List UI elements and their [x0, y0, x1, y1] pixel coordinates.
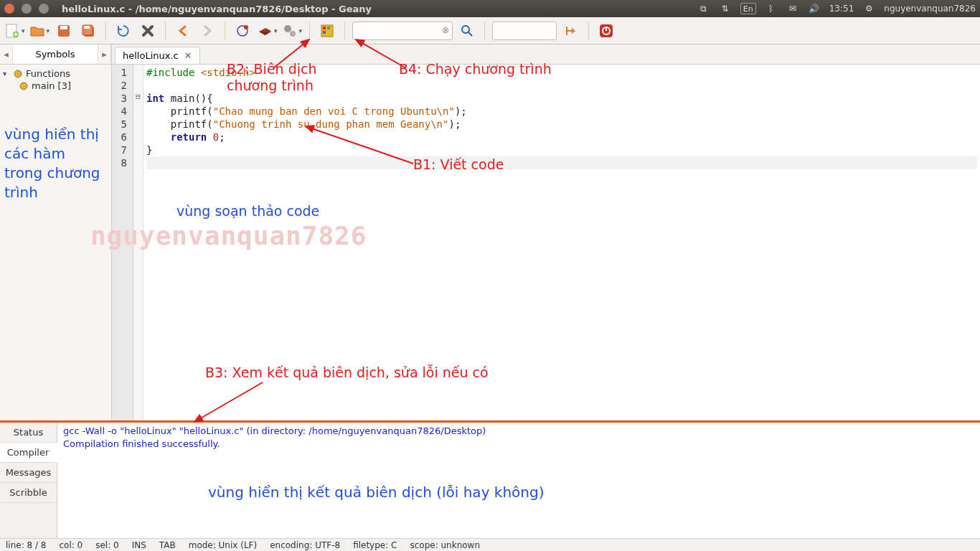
color-palette-icon: [320, 24, 334, 38]
window-title: helloLinux.c - /home/nguyenvanquan7826/D…: [62, 4, 372, 14]
gear-icon[interactable]: ⚙: [862, 3, 875, 14]
tree-node-label: Functions: [26, 68, 70, 79]
svg-point-10: [290, 31, 296, 37]
dropdown-caret-icon: ▾: [47, 27, 50, 34]
compiler-line[interactable]: gcc -Wall -o "helloLinux" "helloLinux.c"…: [63, 425, 974, 438]
window-maximize-button[interactable]: [39, 4, 49, 14]
status-segment: sel: 0: [95, 540, 118, 550]
expand-icon[interactable]: ▾: [3, 70, 10, 77]
goto-button[interactable]: [561, 21, 581, 41]
window-titlebar: helloLinux.c - /home/nguyenvanquan7826/D…: [0, 0, 980, 17]
search-icon: [460, 24, 474, 38]
reload-button[interactable]: [113, 21, 133, 41]
svg-point-9: [284, 25, 291, 32]
chevron-left-icon: [176, 24, 189, 37]
power-icon: [598, 23, 614, 39]
status-bar: line: 8 / 8col: 0sel: 0INSTABmode: Unix …: [0, 538, 980, 551]
status-segment: mode: Unix (LF): [189, 540, 257, 550]
status-segment: INS: [132, 540, 146, 550]
svg-rect-3: [60, 26, 67, 29]
sidebar-tab-next[interactable]: ▸: [98, 44, 111, 64]
svg-point-15: [462, 26, 469, 33]
message-tab-compiler[interactable]: Compiler: [0, 443, 57, 463]
compile-button[interactable]: [232, 21, 253, 41]
svg-point-18: [14, 70, 22, 77]
function-group-icon: [13, 69, 23, 79]
dropdown-caret-icon: ▾: [274, 27, 278, 34]
message-tabs: StatusCompilerMessagesScribble: [0, 423, 57, 538]
message-tab-status[interactable]: Status: [0, 423, 57, 443]
goto-field[interactable]: [497, 22, 542, 39]
svg-point-19: [20, 83, 27, 90]
compile-icon: [235, 23, 250, 39]
user-indicator[interactable]: nguyenvanquan7826: [884, 3, 976, 14]
message-tab-messages[interactable]: Messages: [0, 463, 57, 483]
bluetooth-icon[interactable]: ᛒ: [765, 3, 778, 14]
nav-forward-button[interactable]: [197, 21, 217, 41]
annotation-compiler-area: vùng hiển thị kết quả biên dịch (lỗi hay…: [208, 484, 545, 501]
svg-rect-13: [327, 27, 330, 29]
close-file-button[interactable]: [138, 21, 158, 41]
sidebar-tabs: ◂ Symbols ▸: [0, 44, 111, 65]
svg-rect-14: [323, 31, 326, 34]
status-segment: col: 0: [59, 540, 83, 550]
save-icon: [57, 24, 71, 38]
status-segment: TAB: [159, 540, 176, 550]
search-input[interactable]: ⊗: [352, 22, 453, 40]
color-chooser-button[interactable]: [317, 21, 337, 41]
tree-node-main[interactable]: main [3]: [17, 80, 110, 92]
window-close-button[interactable]: [4, 4, 14, 14]
open-file-button[interactable]: ▾: [29, 21, 50, 41]
execute-button[interactable]: ▾: [282, 21, 303, 41]
tab-symbols[interactable]: Symbols: [13, 44, 98, 64]
save-all-button[interactable]: [78, 21, 98, 41]
find-button[interactable]: [457, 21, 477, 41]
message-window: StatusCompilerMessagesScribble gcc -Wall…: [0, 420, 980, 538]
message-tab-scribble[interactable]: Scribble: [0, 483, 57, 503]
save-button[interactable]: [54, 21, 74, 41]
status-segment: line: 8 / 8: [6, 540, 46, 550]
document-new-icon: [4, 23, 20, 39]
new-file-button[interactable]: ▾: [4, 21, 25, 41]
editor-tab[interactable]: helloLinux.c ✕: [115, 47, 200, 64]
editor-tabs: helloLinux.c ✕: [112, 44, 980, 65]
status-segment: encoding: UTF-8: [270, 540, 340, 550]
system-tray: ⧉ ⇅ En ᛒ ✉ 🔊 13:51 ⚙ nguyenvanquan7826: [697, 3, 976, 14]
code-editor[interactable]: 12345678 ⊟ #include <stdio.h>int main(){…: [112, 65, 980, 420]
sidebar-annotation: vùng hiển thị các hàm trong chương trình: [1, 122, 110, 205]
clock[interactable]: 13:51: [829, 3, 854, 14]
svg-rect-12: [323, 27, 326, 29]
brick-icon: [257, 23, 273, 39]
build-button[interactable]: ▾: [257, 21, 278, 41]
tree-leaf-label: main [3]: [32, 80, 71, 91]
sidebar-tab-prev[interactable]: ◂: [0, 44, 13, 64]
dropdown-caret-icon: ▾: [22, 27, 25, 34]
clear-search-icon[interactable]: ⊗: [442, 25, 449, 35]
network-icon[interactable]: ⇅: [719, 3, 732, 14]
compiler-output[interactable]: gcc -Wall -o "helloLinux" "helloLinux.c"…: [57, 423, 980, 538]
folder-open-icon: [29, 23, 45, 39]
function-icon: [19, 81, 29, 91]
volume-icon[interactable]: 🔊: [808, 3, 821, 14]
dropdown-caret-icon: ▾: [299, 27, 303, 34]
main-area: ◂ Symbols ▸ ▾ Functions main [3] vùn: [0, 44, 980, 420]
search-field[interactable]: [357, 22, 438, 39]
compiler-line[interactable]: Compilation finished successfully.: [63, 438, 974, 451]
status-segment: filetype: C: [353, 540, 397, 550]
main-toolbar: ▾ ▾ ▾ ▾ ⊗: [0, 17, 980, 44]
goto-line-input[interactable]: [492, 22, 557, 40]
jump-to-icon: [564, 24, 578, 38]
close-icon: [141, 24, 155, 38]
lang-indicator[interactable]: En: [740, 3, 756, 14]
tab-close-icon[interactable]: ✕: [184, 50, 192, 61]
quit-button[interactable]: [596, 21, 616, 41]
chevron-right-icon: [201, 24, 214, 37]
save-all-icon: [81, 24, 95, 38]
mail-icon[interactable]: ✉: [786, 3, 799, 14]
dropbox-icon[interactable]: ⧉: [697, 3, 710, 14]
nav-back-button[interactable]: [173, 21, 193, 41]
status-segment: scope: unknown: [410, 540, 480, 550]
reload-icon: [116, 24, 131, 38]
window-minimize-button[interactable]: [22, 4, 32, 14]
tree-node-functions[interactable]: ▾ Functions: [1, 67, 110, 80]
